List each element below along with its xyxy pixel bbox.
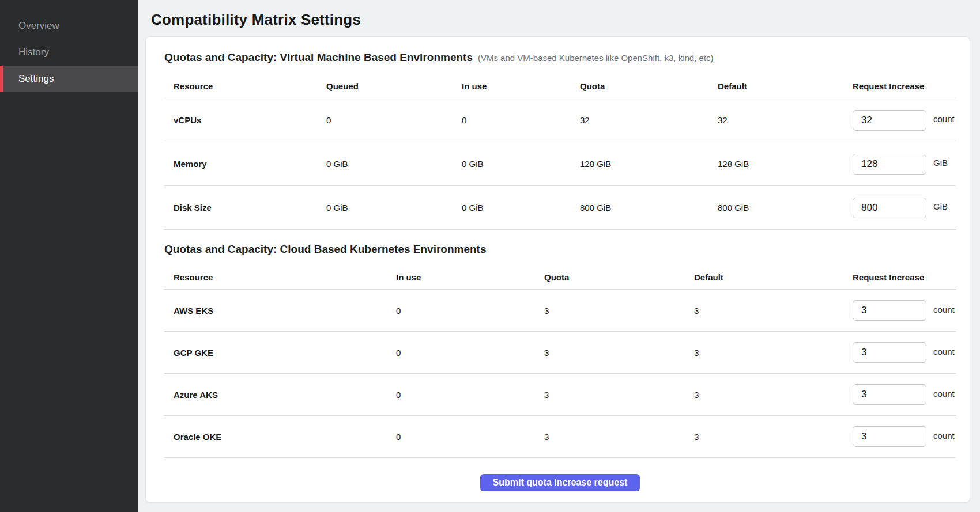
cell-request-increase: GiB	[853, 154, 956, 175]
cell-in-use: 0	[396, 390, 544, 400]
cell-quota: 3	[544, 390, 694, 400]
column-header-in-use: In use	[462, 81, 580, 91]
column-header-default: Default	[694, 272, 853, 282]
cell-default: 3	[694, 390, 853, 400]
request-increase-input-oracle-oke[interactable]	[853, 426, 926, 447]
cell-default: 800 GiB	[718, 203, 853, 213]
unit-label: GiB	[933, 202, 948, 211]
cell-resource: Disk Size	[164, 203, 326, 213]
column-header-request-increase: Request Increase	[853, 272, 956, 282]
cell-resource: Azure AKS	[164, 390, 396, 400]
cell-quota: 3	[544, 432, 694, 442]
table-header-row: ResourceIn useQuotaDefaultRequest Increa…	[164, 266, 956, 290]
cell-in-use: 0	[396, 348, 544, 358]
section-vm-environments: Quotas and Capacity: Virtual Machine Bas…	[164, 51, 956, 230]
cell-in-use: 0 GiB	[462, 203, 580, 213]
request-increase-input-azure-aks[interactable]	[853, 384, 926, 405]
section-title: Quotas and Capacity: Virtual Machine Bas…	[164, 51, 956, 65]
table-row-vcpus: vCPUs003232count	[164, 98, 956, 142]
unit-label: count	[933, 114, 955, 124]
unit-label: count	[933, 389, 955, 399]
request-increase-input-aws-eks[interactable]	[853, 300, 926, 321]
cell-in-use: 0	[396, 306, 544, 316]
cell-quota: 800 GiB	[580, 203, 718, 213]
section-title-text: Quotas and Capacity: Virtual Machine Bas…	[164, 51, 473, 63]
cell-default: 3	[694, 432, 853, 442]
column-header-quota: Quota	[544, 272, 694, 282]
cell-resource: GCP GKE	[164, 348, 396, 358]
cell-quota: 128 GiB	[580, 159, 718, 169]
column-header-queued: Queued	[326, 81, 462, 91]
section-title: Quotas and Capacity: Cloud Based Kuberne…	[164, 242, 956, 256]
page-title: Compatibility Matrix Settings	[151, 11, 970, 28]
cell-in-use: 0 GiB	[462, 159, 580, 169]
sidebar-item-history[interactable]: History	[0, 39, 138, 66]
cell-resource: Memory	[164, 159, 326, 169]
cell-default: 128 GiB	[718, 159, 853, 169]
cell-request-increase: GiB	[853, 198, 956, 218]
section-title-text: Quotas and Capacity: Cloud Based Kuberne…	[164, 243, 487, 255]
cell-queued: 0	[326, 115, 462, 125]
section-subtitle: (VMs and VM-based Kubernetes like OpenSh…	[478, 53, 714, 63]
table-row-disk-size: Disk Size0 GiB0 GiB800 GiB800 GiBGiB	[164, 186, 956, 230]
submit-quota-button[interactable]: Submit quota increase request	[480, 474, 640, 491]
unit-label: count	[933, 347, 955, 356]
section-cloud-k8s-environments: Quotas and Capacity: Cloud Based Kuberne…	[164, 242, 956, 458]
cell-in-use: 0	[462, 115, 580, 125]
column-header-resource: Resource	[164, 272, 396, 282]
request-increase-input-gcp-gke[interactable]	[853, 342, 926, 363]
table-row-oracle-oke: Oracle OKE033count	[164, 416, 956, 458]
cell-quota: 3	[544, 306, 694, 316]
app-window: OverviewHistorySettings Compatibility Ma…	[0, 0, 980, 512]
cell-queued: 0 GiB	[326, 159, 462, 169]
table-row-azure-aks: Azure AKS033count	[164, 374, 956, 416]
column-header-resource: Resource	[164, 81, 326, 91]
cell-in-use: 0	[396, 432, 544, 442]
cell-request-increase: count	[853, 426, 956, 447]
cell-request-increase: count	[853, 300, 956, 321]
column-header-default: Default	[718, 81, 853, 91]
column-header-in-use: In use	[396, 272, 544, 282]
cell-default: 3	[694, 348, 853, 358]
main-content: Compatibility Matrix Settings Quotas and…	[138, 0, 980, 512]
sidebar-item-overview[interactable]: Overview	[0, 13, 138, 39]
table-row-gcp-gke: GCP GKE033count	[164, 332, 956, 374]
unit-label: count	[933, 305, 955, 314]
request-increase-input-memory[interactable]	[853, 154, 926, 175]
cell-quota: 32	[580, 115, 718, 125]
sidebar-item-label: History	[18, 47, 49, 58]
sidebar-item-label: Overview	[18, 20, 59, 32]
request-increase-input-disk-size[interactable]	[853, 198, 926, 218]
sidebar: OverviewHistorySettings	[0, 0, 138, 512]
unit-label: GiB	[933, 158, 948, 168]
column-header-request-increase: Request Increase	[853, 81, 956, 91]
table-row-memory: Memory0 GiB0 GiB128 GiB128 GiBGiB	[164, 142, 956, 186]
table-header-row: ResourceQueuedIn useQuotaDefaultRequest …	[164, 74, 956, 98]
table-row-aws-eks: AWS EKS033count	[164, 290, 956, 332]
cell-request-increase: count	[853, 110, 956, 131]
cell-default: 3	[694, 306, 853, 316]
column-header-quota: Quota	[580, 81, 718, 91]
unit-label: count	[933, 431, 955, 441]
quota-sections: Quotas and Capacity: Virtual Machine Bas…	[164, 51, 956, 458]
submit-button-row: Submit quota increase request	[164, 474, 956, 491]
cell-request-increase: count	[853, 384, 956, 405]
cell-resource: vCPUs	[164, 115, 326, 125]
request-increase-input-vcpus[interactable]	[853, 110, 926, 131]
cell-default: 32	[718, 115, 853, 125]
sidebar-item-settings[interactable]: Settings	[0, 66, 138, 92]
cell-resource: AWS EKS	[164, 306, 396, 316]
cell-resource: Oracle OKE	[164, 432, 396, 442]
cell-queued: 0 GiB	[326, 203, 462, 213]
settings-card: Quotas and Capacity: Virtual Machine Bas…	[145, 36, 970, 503]
sidebar-nav: OverviewHistorySettings	[0, 13, 138, 92]
cell-quota: 3	[544, 348, 694, 358]
sidebar-item-label: Settings	[18, 73, 54, 85]
cell-request-increase: count	[853, 342, 956, 363]
